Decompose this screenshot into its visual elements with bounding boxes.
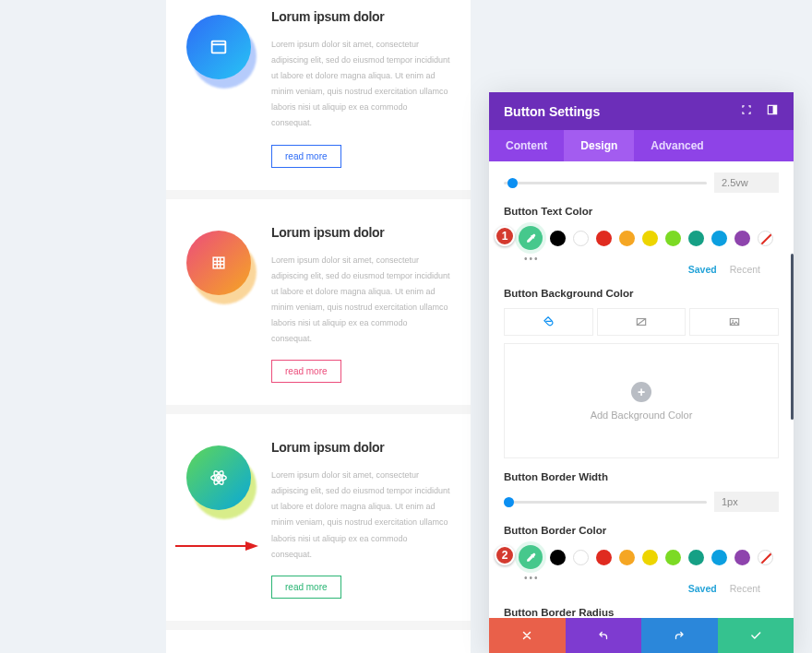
swatch-orange[interactable] bbox=[619, 231, 635, 246]
read-more-button[interactable]: read more bbox=[271, 360, 341, 383]
swatch-lime[interactable] bbox=[665, 550, 681, 565]
swatch-lime[interactable] bbox=[665, 231, 681, 246]
tab-design[interactable]: Design bbox=[564, 130, 634, 161]
svg-point-17 bbox=[732, 320, 734, 322]
card-title: Lorum ipsum dolor bbox=[271, 225, 450, 240]
swatch-none[interactable] bbox=[758, 550, 773, 565]
feature-card: Lorum ipsum dolor Lorem ipsum dolor sit … bbox=[166, 199, 471, 406]
swatch-purple[interactable] bbox=[734, 231, 750, 246]
window-icon bbox=[186, 15, 251, 79]
label-border-color: Button Border Color bbox=[504, 525, 779, 536]
annotation-badge-1: 1 bbox=[495, 226, 515, 246]
tab-advanced[interactable]: Advanced bbox=[634, 130, 720, 161]
border-width-slider-row: 1px bbox=[504, 492, 779, 512]
svg-rect-14 bbox=[773, 105, 777, 113]
swatch-filter-saved[interactable]: Saved bbox=[688, 583, 717, 594]
card-text: Lorem ipsum dolor sit amet, consectetur … bbox=[271, 468, 450, 563]
swatch-filter-saved[interactable]: Saved bbox=[688, 264, 717, 275]
eyedropper-button[interactable] bbox=[519, 545, 543, 569]
panel-tabs: Content Design Advanced bbox=[489, 130, 794, 161]
redo-button[interactable] bbox=[641, 618, 718, 653]
grid-icon bbox=[186, 231, 251, 295]
bg-tab-image[interactable] bbox=[689, 308, 779, 336]
annotation-badge-2: 2 bbox=[495, 545, 515, 565]
scrollbar-thumb[interactable] bbox=[791, 254, 794, 420]
swatch-green[interactable] bbox=[688, 550, 704, 565]
feature-icon-wrap bbox=[186, 231, 251, 295]
swatch-black[interactable] bbox=[550, 231, 566, 246]
swatch-red[interactable] bbox=[596, 231, 612, 246]
bg-tab-color[interactable] bbox=[504, 308, 593, 336]
swatch-purple[interactable] bbox=[734, 550, 750, 565]
expand-icon[interactable] bbox=[740, 103, 753, 119]
slider-track[interactable] bbox=[504, 501, 707, 504]
card-title: Lorum ipsum dolor bbox=[271, 9, 450, 24]
border-width-value[interactable]: 1px bbox=[714, 492, 779, 512]
text-color-swatches bbox=[504, 226, 779, 250]
svg-point-10 bbox=[218, 477, 221, 480]
read-more-button[interactable]: read more bbox=[271, 576, 341, 599]
settings-panel: Button Settings Content Design Advanced … bbox=[489, 92, 794, 653]
atom-icon bbox=[186, 445, 251, 510]
read-more-button[interactable]: read more bbox=[271, 145, 341, 168]
svg-rect-0 bbox=[212, 42, 226, 53]
swatch-filter-recent[interactable]: Recent bbox=[730, 583, 760, 594]
slider-track[interactable] bbox=[504, 182, 707, 184]
panel-action-bar bbox=[489, 618, 794, 653]
swatch-cyan[interactable] bbox=[711, 550, 727, 565]
label-border-radius: Button Border Radius bbox=[504, 607, 779, 618]
bg-placeholder-text: Add Background Color bbox=[591, 410, 693, 421]
feature-card: Lorum ipsum dolor Lorem ipsum dolor sit … bbox=[166, 0, 471, 190]
svg-rect-2 bbox=[213, 257, 224, 268]
swatch-cyan[interactable] bbox=[711, 231, 727, 246]
panel-header[interactable]: Button Settings bbox=[489, 92, 794, 130]
undo-button[interactable] bbox=[566, 618, 642, 653]
snap-icon[interactable] bbox=[766, 103, 779, 119]
card-text: Lorem ipsum dolor sit amet, consectetur … bbox=[271, 253, 450, 348]
confirm-button[interactable] bbox=[718, 618, 794, 653]
card-title: Lorum ipsum dolor bbox=[271, 440, 450, 455]
label-bg-color: Button Background Color bbox=[504, 288, 779, 299]
swatch-orange[interactable] bbox=[619, 550, 635, 565]
add-icon: + bbox=[631, 382, 651, 402]
cancel-button[interactable] bbox=[489, 618, 566, 653]
swatch-yellow[interactable] bbox=[642, 231, 658, 246]
swatch-yellow[interactable] bbox=[642, 550, 658, 565]
tab-content[interactable]: Content bbox=[489, 130, 564, 161]
border-color-swatches bbox=[504, 545, 779, 569]
card-text: Lorem ipsum dolor sit amet, consectetur … bbox=[271, 37, 450, 132]
swatch-none[interactable] bbox=[758, 231, 773, 246]
eyedropper-button[interactable] bbox=[519, 226, 543, 250]
text-size-value[interactable]: 2.5vw bbox=[714, 172, 779, 193]
more-dots-icon[interactable]: ••• bbox=[506, 254, 779, 264]
bg-tab-gradient[interactable] bbox=[597, 308, 687, 336]
bg-color-dropzone[interactable]: + Add Background Color bbox=[504, 343, 779, 458]
panel-body: 2.5vw Button Text Color 1 ••• bbox=[489, 161, 794, 618]
swatch-filter-recent[interactable]: Recent bbox=[730, 264, 760, 275]
text-size-slider-row: 2.5vw bbox=[504, 172, 779, 193]
swatch-green[interactable] bbox=[688, 231, 704, 246]
label-border-width: Button Border Width bbox=[504, 471, 779, 482]
panel-title: Button Settings bbox=[504, 104, 600, 119]
page-preview: Lorum ipsum dolor Lorem ipsum dolor sit … bbox=[166, 0, 471, 653]
feature-icon-wrap bbox=[186, 445, 251, 510]
swatch-white[interactable] bbox=[573, 231, 589, 246]
feature-card: Lorum ipsum dolor Lorem ipsum dolor sit … bbox=[166, 414, 471, 621]
swatch-black[interactable] bbox=[550, 550, 566, 565]
swatch-red[interactable] bbox=[596, 550, 612, 565]
swatch-white[interactable] bbox=[573, 550, 589, 565]
label-text-color: Button Text Color bbox=[504, 206, 779, 217]
feature-icon-wrap bbox=[186, 15, 251, 79]
more-dots-icon[interactable]: ••• bbox=[506, 573, 779, 583]
bg-type-tabs bbox=[504, 308, 779, 336]
